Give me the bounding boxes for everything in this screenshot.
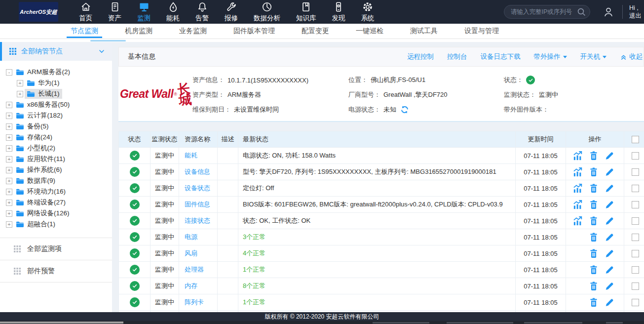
tab-settings-management[interactable]: 设置与管理 [462,24,501,39]
nav-item-data-analysis[interactable]: 数据分析 [254,1,280,23]
sidebar-item-component-warning[interactable]: 部件预警 [0,260,112,283]
bottom-scrollbar[interactable] [0,321,644,324]
row-checkbox[interactable] [632,217,639,225]
resource-link[interactable]: 电源 [185,233,197,241]
tab-business-monitoring[interactable]: 业务监测 [177,24,209,39]
nav-item-system[interactable]: 系统 [361,1,375,23]
edit-icon[interactable] [605,151,614,161]
expand-expander-icon[interactable]: + [6,221,12,228]
tree-node-minicomputer[interactable]: +小型机(2) [0,143,112,154]
edit-icon[interactable] [605,281,614,291]
edit-icon[interactable] [605,232,614,242]
row-checkbox[interactable] [632,266,639,274]
chevron-down-icon[interactable] [98,48,105,55]
edit-icon[interactable] [605,216,614,226]
tab-firmware-management[interactable]: 固件版本管理 [231,24,277,39]
row-checkbox[interactable] [632,250,639,257]
expand-expander-icon[interactable]: + [6,145,12,152]
tree-node-database[interactable]: +数据库(9) [0,175,112,186]
sidebar-header-all-nodes[interactable]: 全部纳管节点 [0,42,112,61]
edit-icon[interactable] [605,265,614,275]
device-log-download-link[interactable]: 设备日志下载 [481,52,521,61]
chart-icon[interactable] [572,200,583,210]
delete-icon[interactable] [589,216,598,226]
edit-icon[interactable] [605,297,614,307]
expand-expander-icon[interactable]: + [17,80,23,86]
delete-icon[interactable] [589,297,598,307]
delete-icon[interactable] [589,265,598,275]
edit-icon[interactable] [605,183,614,193]
resource-link[interactable]: 固件信息 [185,201,210,208]
chart-icon[interactable] [572,183,583,194]
expand-expander-icon[interactable]: + [6,156,12,162]
tree-node-storage[interactable]: +存储(24) [0,132,112,143]
logout-link[interactable]: 退出 [629,12,644,20]
tree-node-network-devices[interactable]: +网络设备(126) [0,208,112,219]
chart-icon[interactable] [572,151,583,161]
resource-link[interactable]: 能耗 [185,152,197,159]
tree-node-environment-power[interactable]: +环境动力(16) [0,186,112,197]
bottom-scrollbar-thumb[interactable] [0,322,123,324]
resource-link[interactable]: 连接状态 [185,217,210,224]
row-checkbox[interactable] [632,185,639,192]
resource-link[interactable]: 内存 [185,282,197,289]
tab-config-change[interactable]: 配置变更 [299,24,332,39]
collapse-expander-icon[interactable]: - [6,69,12,76]
edit-icon[interactable] [605,248,614,258]
expand-expander-icon[interactable]: + [6,167,12,173]
tab-room-monitoring[interactable]: 机房监测 [122,24,155,39]
chart-icon[interactable] [572,167,583,177]
expand-expander-icon[interactable]: + [6,178,12,184]
power-switch-dropdown[interactable]: 开关机 [580,52,607,61]
nav-item-energy[interactable]: 能耗 [166,1,180,23]
refresh-icon[interactable] [400,105,409,114]
expand-expander-icon[interactable]: + [6,123,12,130]
edit-icon[interactable] [605,167,614,177]
tab-node-monitoring[interactable]: 节点监测 [68,24,101,39]
tree-node-greatwall[interactable]: +长城(1) [0,88,112,99]
row-checkbox[interactable] [632,201,639,208]
remote-control-link[interactable]: 远程控制 [407,52,434,61]
nav-item-discovery[interactable]: 发现 [332,1,345,23]
delete-icon[interactable] [589,167,598,177]
delete-icon[interactable] [589,183,598,193]
tree-node-hyperconverged[interactable]: +超融合(1) [0,219,112,230]
delete-icon[interactable] [589,200,598,209]
horizontal-scrollbar-thumb[interactable] [90,40,126,41]
collapse-button[interactable]: 收起 [620,52,643,61]
resource-link[interactable]: 处理器 [185,266,204,273]
expand-expander-icon[interactable]: + [6,200,12,206]
delete-icon[interactable] [589,281,598,291]
expand-expander-icon[interactable]: + [6,102,12,108]
nav-item-home[interactable]: 首页 [79,1,92,23]
resource-link[interactable]: 设备信息 [185,168,210,175]
row-checkbox[interactable] [632,299,639,306]
app-logo[interactable]: ArcherOS安超 [19,2,58,22]
nav-item-monitoring[interactable]: 监测 [137,1,151,23]
expand-expander-icon[interactable]: + [6,113,12,119]
row-checkbox[interactable] [632,152,639,160]
nav-item-assets[interactable]: 资产 [108,1,121,23]
nav-item-knowledge-base[interactable]: 知识库 [296,1,316,23]
tree-node-backup[interactable]: +备份(5) [0,121,112,132]
row-checkbox[interactable] [632,234,639,241]
out-of-band-operations-dropdown[interactable]: 带外操作 [534,52,567,61]
expand-expander-icon[interactable]: + [17,91,23,97]
tree-node-arm-servers[interactable]: -ARM服务器(2) [0,67,112,78]
tree-node-huawei[interactable]: +华为(1) [0,78,112,88]
tree-node-cloud-computing[interactable]: +云计算(182) [0,110,112,121]
nav-item-alarm[interactable]: 告警 [195,1,209,23]
nav-item-repair[interactable]: 报修 [225,1,238,23]
sidebar-item-all-monitoring-items[interactable]: 全部监测项 [0,238,112,260]
select-all-checkbox[interactable] [632,136,639,143]
console-link[interactable]: 控制台 [447,52,467,61]
delete-icon[interactable] [589,232,598,242]
edit-icon[interactable] [605,200,614,209]
delete-icon[interactable] [589,248,598,258]
row-checkbox[interactable] [632,168,639,176]
user-avatar-icon[interactable] [602,5,615,18]
tab-test-tools[interactable]: 测试工具 [408,24,440,39]
tree-node-operating-system[interactable]: +操作系统(6) [0,164,112,175]
expand-expander-icon[interactable]: + [6,189,12,195]
tab-one-key-inspection[interactable]: 一键巡检 [353,24,386,39]
